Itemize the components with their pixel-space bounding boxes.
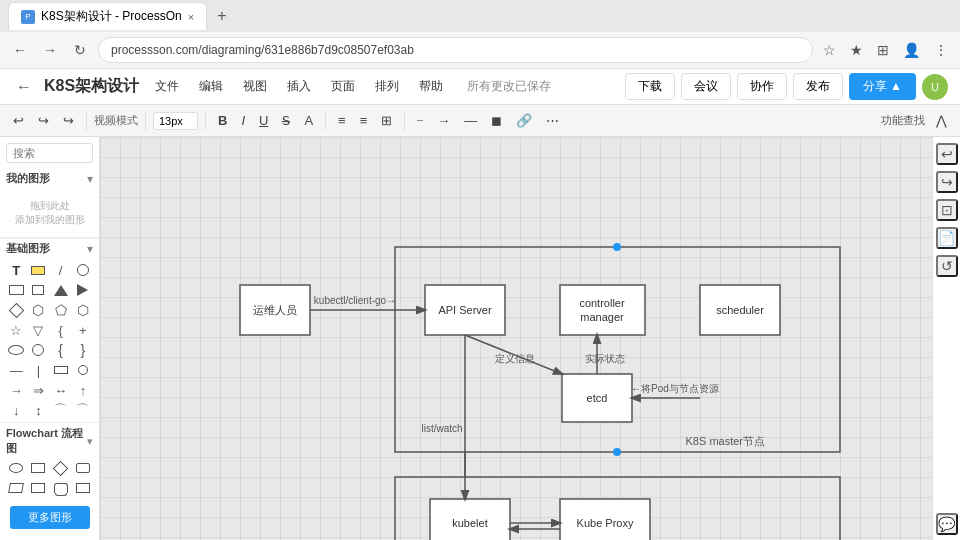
fc-shape4[interactable] — [73, 459, 93, 477]
table-btn[interactable]: ⊞ — [376, 110, 397, 131]
panel-btn4[interactable]: 📄 — [936, 227, 958, 249]
kubeproxy-box — [560, 499, 650, 540]
shape-fill-btn[interactable]: ◼ — [486, 110, 507, 131]
new-tab-btn[interactable]: + — [211, 7, 232, 25]
strikethrough-btn[interactable]: S̶ — [277, 110, 295, 131]
shape-oct[interactable]: ⬡ — [73, 301, 93, 319]
conference-btn[interactable]: 会议 — [681, 73, 731, 100]
fc-shape5[interactable] — [6, 479, 26, 497]
fc-shape1[interactable] — [6, 459, 26, 477]
basic-shapes-toggle[interactable]: ▾ — [87, 242, 93, 256]
app-back-btn[interactable]: ← — [12, 75, 36, 99]
share-btn[interactable]: 分享 ▲ — [849, 73, 916, 100]
shape-hline[interactable]: — — [6, 361, 26, 379]
shape-vline[interactable]: | — [28, 361, 48, 379]
forward-btn[interactable]: → — [38, 38, 62, 62]
collapse-btn[interactable]: ⋀ — [931, 110, 952, 131]
panel-btn3[interactable]: ⊡ — [936, 199, 958, 221]
back-btn[interactable]: ← — [8, 38, 32, 62]
font-size-input[interactable] — [153, 112, 198, 130]
fc-shape3[interactable] — [51, 459, 71, 477]
menu-insert[interactable]: 插入 — [279, 74, 319, 99]
shape-hex[interactable]: ⬡ — [28, 301, 48, 319]
line-style-btn[interactable]: ┄ — [412, 112, 428, 129]
canvas-area[interactable]: 运维人员 kubectl/client-go→ API Server contr… — [100, 137, 932, 540]
shape-oval2[interactable] — [28, 341, 48, 359]
account-btn[interactable]: 👤 — [899, 38, 924, 62]
line-thick-btn[interactable]: — — [459, 110, 482, 131]
label-kubeproxy: Kube Proxy — [577, 517, 634, 529]
collaborate-btn[interactable]: 协作 — [737, 73, 787, 100]
panel-btn-comment[interactable]: 💬 — [936, 513, 958, 535]
search-input[interactable] — [6, 143, 93, 163]
fc-shape8[interactable] — [73, 479, 93, 497]
more-tools-btn[interactable]: ⋯ — [541, 110, 564, 131]
shape-star[interactable]: ☆ — [6, 321, 26, 339]
shape-arc1[interactable]: ⌒ — [51, 401, 71, 419]
shape-arrow-right[interactable]: → — [6, 381, 26, 399]
flowchart-toggle[interactable]: ▾ — [87, 435, 93, 448]
menu-help[interactable]: 帮助 — [411, 74, 451, 99]
underline-btn[interactable]: U — [254, 110, 273, 131]
menu-file[interactable]: 文件 — [147, 74, 187, 99]
fc-shape6[interactable] — [28, 479, 48, 497]
menu-view[interactable]: 视图 — [235, 74, 275, 99]
align-center-btn[interactable]: ≡ — [355, 110, 373, 131]
download-btn[interactable]: 下载 — [625, 73, 675, 100]
shape-plus[interactable]: + — [73, 321, 93, 339]
menu-page[interactable]: 页面 — [323, 74, 363, 99]
shape-arrow-up[interactable]: ↑ — [73, 381, 93, 399]
connector-top-master — [613, 243, 621, 251]
shape-arrow-both[interactable]: ↔ — [51, 381, 71, 399]
panel-btn1[interactable]: ↩ — [936, 143, 958, 165]
fc-shape2[interactable] — [28, 459, 48, 477]
shape-pent[interactable]: ⬠ — [51, 301, 71, 319]
shape-yellow-rect[interactable] — [28, 261, 48, 279]
line-end-btn[interactable]: → — [432, 110, 455, 131]
font-color-btn[interactable]: A — [299, 110, 318, 131]
shape-bracket[interactable]: { — [51, 321, 71, 339]
redo-btn[interactable]: ↪ — [33, 110, 54, 131]
shape-small-circle[interactable] — [73, 361, 93, 379]
shape-rtriangle[interactable] — [73, 281, 93, 299]
my-shapes-toggle[interactable]: ▾ — [87, 172, 93, 186]
undo-btn[interactable]: ↩ — [8, 110, 29, 131]
align-left-btn[interactable]: ≡ — [333, 110, 351, 131]
shape-open-brace[interactable]: { — [51, 341, 71, 359]
bold-btn[interactable]: B — [213, 110, 232, 131]
shape-rect1[interactable] — [6, 281, 26, 299]
bookmark-btn[interactable]: ★ — [846, 38, 867, 62]
shape-oval[interactable] — [6, 341, 26, 359]
url-bar[interactable]: processson.com/diagraming/631e886b7d9c08… — [98, 37, 813, 63]
publish-btn[interactable]: 发布 — [793, 73, 843, 100]
italic-btn[interactable]: I — [236, 110, 250, 131]
shape-arrow-updown[interactable]: ↕ — [28, 401, 48, 419]
extension-btn[interactable]: ⊞ — [873, 38, 893, 62]
panel-btn5[interactable]: ↺ — [936, 255, 958, 277]
shape-small-rect[interactable] — [51, 361, 71, 379]
shape-arrow-down[interactable]: ↓ — [6, 401, 26, 419]
menu-btn[interactable]: ⋮ — [930, 38, 952, 62]
active-tab[interactable]: P K8S架构设计 - ProcessOn × — [8, 2, 207, 30]
menu-arrange[interactable]: 排列 — [367, 74, 407, 99]
shape-diamond[interactable] — [6, 301, 26, 319]
shape-close-brace[interactable]: } — [73, 341, 93, 359]
link-btn[interactable]: 🔗 — [511, 110, 537, 131]
shape-text[interactable]: T — [6, 261, 26, 279]
shape-triangle[interactable] — [51, 281, 71, 299]
shape-chevron-down[interactable]: ▽ — [28, 321, 48, 339]
panel-btn2[interactable]: ↪ — [936, 171, 958, 193]
refresh-btn[interactable]: ↻ — [68, 38, 92, 62]
avatar[interactable]: U — [922, 74, 948, 100]
star-btn[interactable]: ☆ — [819, 38, 840, 62]
shape-arc2[interactable]: ⌒ — [73, 401, 93, 419]
fc-shape7[interactable] — [51, 479, 71, 497]
shape-circle[interactable] — [73, 261, 93, 279]
more-shapes-btn[interactable]: 更多图形 — [10, 506, 90, 529]
shape-arrow-right2[interactable]: ⇒ — [28, 381, 48, 399]
menu-edit[interactable]: 编辑 — [191, 74, 231, 99]
tab-close-btn[interactable]: × — [188, 11, 194, 23]
redo2-btn[interactable]: ↪ — [58, 110, 79, 131]
shape-line-diag[interactable]: / — [51, 261, 71, 279]
shape-rect2[interactable] — [28, 281, 48, 299]
